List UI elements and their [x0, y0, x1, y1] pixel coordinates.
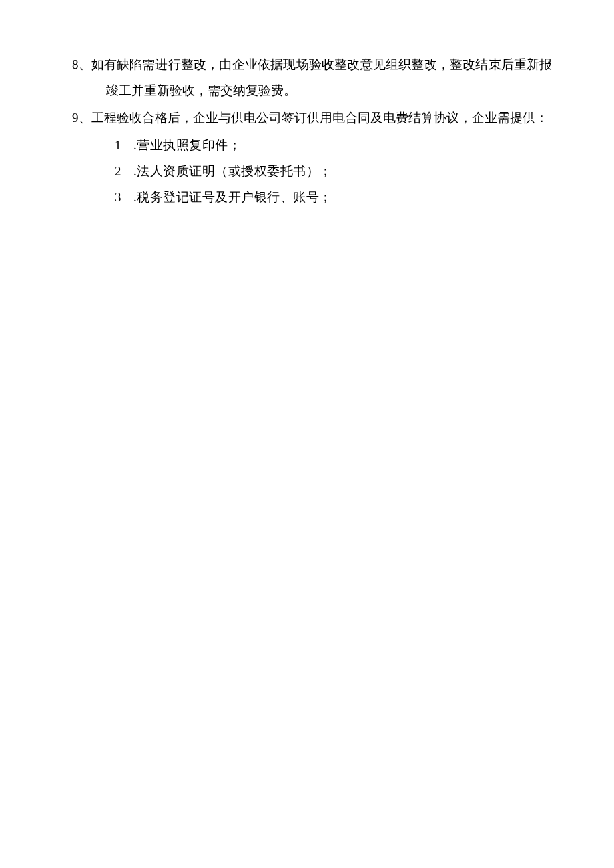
sublist-number: 2 — [115, 159, 133, 185]
sublist-item: 2 .法人资质证明（或授权委托书）； — [115, 159, 554, 185]
list-body: 工程验收合格后，企业与供电公司签订供用电合同及电费结算协议，企业需提供： — [91, 105, 555, 131]
sublist-number: 3 — [115, 185, 133, 211]
text-line: 竣工并重新验收，需交纳复验费。 — [91, 78, 555, 104]
list-number: 9、 — [72, 105, 91, 131]
text-line: 如有缺陷需进行整改，由企业依据现场验收整改意见组织整改，整改结束后重新报 — [91, 57, 553, 71]
sublist: 1 .营业执照复印件； 2 .法人资质证明（或授权委托书）； 3 .税务登记证号… — [115, 133, 554, 211]
list-item-8: 8、 如有缺陷需进行整改，由企业依据现场验收整改意见组织整改，整改结束后重新报 … — [72, 52, 554, 104]
list-body: 如有缺陷需进行整改，由企业依据现场验收整改意见组织整改，整改结束后重新报 竣工并… — [91, 52, 555, 104]
list-number: 8、 — [72, 52, 91, 78]
sublist-number: 1 — [115, 133, 133, 159]
sublist-text: .法人资质证明（或授权委托书）； — [133, 159, 332, 185]
sublist-text: .营业执照复印件； — [133, 133, 241, 159]
list-item-9: 9、 工程验收合格后，企业与供电公司签订供用电合同及电费结算协议，企业需提供： — [72, 105, 554, 131]
sublist-item: 3 .税务登记证号及开户银行、账号； — [115, 185, 554, 211]
document-page: 8、 如有缺陷需进行整改，由企业依据现场验收整改意见组织整改，整改结束后重新报 … — [0, 0, 614, 868]
sublist-item: 1 .营业执照复印件； — [115, 133, 554, 159]
sublist-text: .税务登记证号及开户银行、账号； — [133, 185, 332, 211]
